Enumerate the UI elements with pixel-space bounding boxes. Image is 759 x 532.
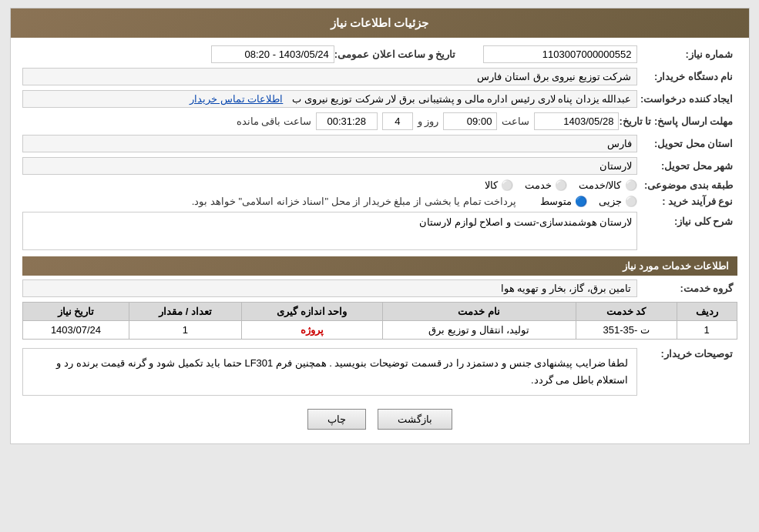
buyer-value: شرکت توزیع نیروی برق استان فارس [22,68,637,85]
creator-value: عبدالله یزدان پناه لاری رئیس اداره مالی … [22,90,637,108]
process-radio-group: ⚪ جزیی 🔵 متوسط پرداخت تمام یا بخشی از مب… [192,196,637,207]
footer-buttons: بازگشت چاپ [22,409,737,430]
deadline-time-label: ساعت [502,115,529,127]
shomara-value: 1103007000000552 [483,45,637,63]
radio-category-3[interactable]: ⚪ کالا [485,179,513,191]
col-name: نام خدمت [382,303,576,321]
col-kod: کد خدمت [576,303,677,321]
deadline-time: 09:00 [443,112,497,130]
deadline-remaining-label: ساعت باقی مانده [237,115,311,127]
radio-dot-p2: 🔵 [575,196,587,207]
services-section-header: اطلاعات خدمات مورد نیاز [22,256,737,276]
label-shomara: شماره نیاز: [637,49,737,60]
label-creator: ایجاد کننده درخواست: [637,93,737,105]
label-city: شهر محل تحویل: [637,160,737,172]
label-buyer-notes: توصیحات خریدار: [637,344,737,360]
page-title: جزئیات اطلاعات نیاز [11,8,749,38]
label-province: استان محل تحویل: [637,138,737,149]
col-unit: واحد اندازه گیری [241,303,382,321]
radio-category-1[interactable]: ⚪ کالا/خدمت [579,179,637,191]
label-description: شرح کلی نیاز: [637,212,737,227]
deadline-date: 1403/05/28 [534,112,619,130]
radio-dot-3: ⚪ [501,179,513,191]
radio-category-2[interactable]: ⚪ خدمت [525,179,567,191]
label-deadline: مهلت ارسال پاسخ: تا تاریخ: [619,115,737,127]
label-process: نوع فرآیند خرید : [637,196,737,207]
deadline-remaining: 00:31:28 [316,112,378,130]
radio-dot-2: ⚪ [555,179,567,191]
radio-dot-p1: ⚪ [625,196,637,207]
label-category: طبقه بندی موضوعی: [637,179,737,191]
deadline-days: 4 [382,112,413,130]
creator-link[interactable]: اطلاعات تماس خریدار [190,93,283,105]
deadline-days-label: روز و [418,115,439,127]
buyer-notes-text: لطفا ضرایب پیشنهادی جنس و دستمزد را در ق… [22,348,637,396]
process-note: پرداخت تمام یا بخشی از مبلغ خریدار از مح… [192,196,517,207]
category-radio-group: ⚪ کالا/خدمت ⚪ خدمت ⚪ کالا [485,179,637,191]
back-button[interactable]: بازگشت [378,409,452,430]
label-buyer: نام دستگاه خریدار: [637,71,737,82]
title-text: جزئیات اطلاعات نیاز [331,16,428,29]
province-value: فارس [22,135,637,152]
print-button[interactable]: چاپ [307,409,366,430]
service-group-value: تامین برق، گاز، بخار و تهویه هوا [22,279,637,297]
description-value: لارستان هوشمندسازی-تست و اصلاح لوازم لار… [22,212,637,250]
col-count: تعداد / مقدار [129,303,241,321]
label-date-announce: تاریخ و ساعت اعلان عمومی: [334,49,460,60]
col-radif: ردیف [677,303,737,321]
table-row: 1ت -35-351تولید، انتقال و توزیع برقپروژه… [22,321,737,340]
city-value: لارستان [22,157,637,175]
radio-process-2[interactable]: 🔵 متوسط [540,196,587,207]
col-date: تاریخ نیاز [22,303,129,321]
date-announce-value: 1403/05/24 - 08:20 [211,45,334,63]
radio-process-1[interactable]: ⚪ جزیی [599,196,637,207]
services-table: ردیف کد خدمت نام خدمت واحد اندازه گیری ت… [22,302,737,340]
label-service-group: گروه خدمت: [637,283,737,294]
radio-dot-1: ⚪ [625,179,637,191]
